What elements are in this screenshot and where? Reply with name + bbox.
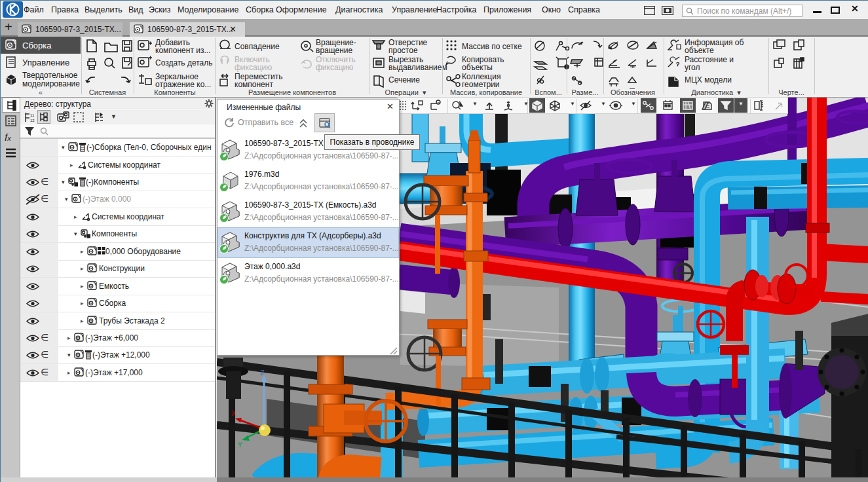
svg-text:Y: Y <box>238 441 242 449</box>
svg-text:X: X <box>231 410 236 417</box>
svg-text:12: 12 <box>30 119 35 122</box>
svg-text:11: 11 <box>30 113 35 117</box>
svg-text:?: ? <box>676 61 679 67</box>
svg-text:Z: Z <box>260 369 265 377</box>
